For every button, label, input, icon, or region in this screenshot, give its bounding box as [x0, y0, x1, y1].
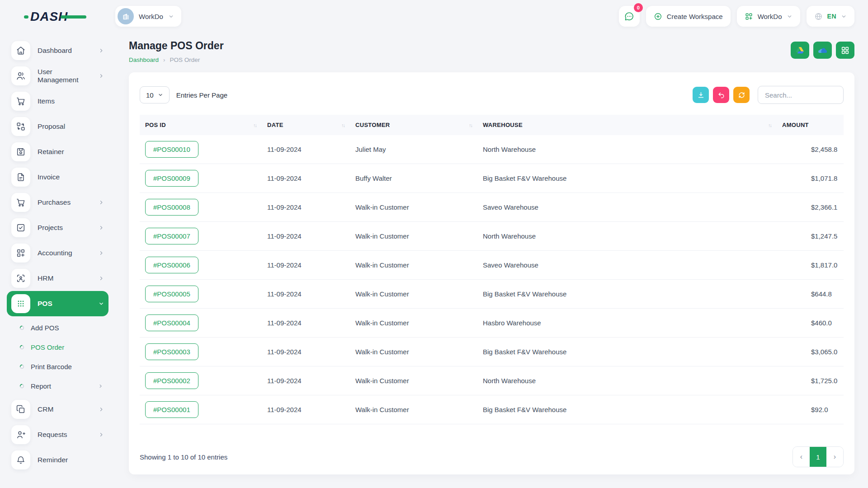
cell-warehouse: Big Basket F&V Warehouse — [477, 338, 777, 366]
sidebar-item-accounting[interactable]: Accounting — [7, 240, 108, 266]
sidebar-subitem-label: POS Order — [31, 343, 103, 351]
sidebar-item-label: Items — [38, 97, 104, 105]
create-workspace-button[interactable]: Create Workspace — [646, 6, 731, 27]
sidebar-item-requests[interactable]: Requests — [7, 422, 108, 447]
sidebar: DashboardUser ManagementItemsProposalRet… — [0, 33, 115, 488]
breadcrumb-dashboard-link[interactable]: Dashboard — [129, 56, 159, 63]
sidebar-item-crm[interactable]: CRM — [7, 397, 108, 422]
sidebar-item-invoice[interactable]: Invoice — [7, 164, 108, 190]
language-selector[interactable]: EN — [807, 6, 854, 27]
grid-view-button[interactable] — [836, 42, 854, 59]
pagination-next-button[interactable]: › — [826, 447, 843, 467]
scan-person-icon — [11, 269, 30, 288]
sidebar-item-retainer[interactable]: Retainer — [7, 139, 108, 164]
column-header-pos-id[interactable]: POS ID↑↓ — [140, 115, 262, 135]
messages-button[interactable]: 0 — [619, 6, 640, 27]
table-container: POS ID↑↓DATE↑↓CUSTOMER↑↓WAREHOUSE↑↓AMOUN… — [140, 115, 844, 440]
cell-date: 11-09-2024 — [262, 338, 350, 366]
pagination-prev-button[interactable]: ‹ — [793, 447, 810, 467]
cell-warehouse: North Warehouse — [477, 222, 777, 251]
sidebar-subitem-label: Report — [31, 382, 92, 390]
cell-pos-id: #POS00008 — [140, 193, 262, 222]
sidebar-item-items[interactable]: Items — [7, 89, 108, 114]
cell-customer: Walk-in Customer — [350, 193, 477, 222]
cell-customer: Walk-in Customer — [350, 309, 477, 338]
chevron-right-icon — [99, 407, 104, 412]
main-content: Manage POS Order Dashboard › POS Order — [115, 33, 868, 488]
app-menu-button[interactable]: WorkDo — [737, 6, 800, 27]
chevron-down-icon — [841, 14, 847, 19]
cell-amount: $92.0 — [777, 395, 844, 424]
cart-icon — [11, 193, 30, 212]
table-row: #POS0000911-09-2024Buffy WalterBig Baske… — [140, 164, 844, 193]
table-footer: Showing 1 to 10 of 10 entries ‹ 1 › — [140, 446, 844, 467]
dash-logo[interactable]: DASH — [24, 8, 92, 25]
sidebar-item-projects[interactable]: Projects — [7, 215, 108, 240]
column-header-date[interactable]: DATE↑↓ — [262, 115, 350, 135]
cell-date: 11-09-2024 — [262, 193, 350, 222]
sidebar-item-purchases[interactable]: Purchases — [7, 190, 108, 215]
chat-icon — [624, 11, 634, 22]
cell-amount: $460.0 — [777, 309, 844, 338]
onedrive-button[interactable] — [813, 42, 832, 59]
bell-icon — [11, 450, 30, 469]
reset-button[interactable] — [713, 87, 729, 103]
pagination-page-1-button[interactable]: 1 — [810, 447, 826, 467]
copy-icon — [11, 400, 30, 419]
search-input[interactable] — [758, 86, 844, 104]
breadcrumb-separator-icon: › — [163, 56, 165, 63]
column-header-warehouse[interactable]: WAREHOUSE↑↓ — [477, 115, 777, 135]
cell-pos-id: #POS00003 — [140, 338, 262, 366]
sidebar-item-pos[interactable]: POS — [7, 291, 108, 316]
google-drive-button[interactable] — [791, 42, 809, 59]
sidebar-subitem-report[interactable]: Report — [7, 376, 108, 396]
sidebar-subitem-pos-order[interactable]: POS Order — [7, 338, 108, 357]
cell-date: 11-09-2024 — [262, 280, 350, 309]
cell-customer: Walk-in Customer — [350, 338, 477, 366]
cell-warehouse: North Warehouse — [477, 135, 777, 164]
table-row: #POS0000311-09-2024Walk-in CustomerBig B… — [140, 338, 844, 366]
cell-date: 11-09-2024 — [262, 222, 350, 251]
table-row: #POS0000611-09-2024Walk-in CustomerSaveo… — [140, 251, 844, 280]
pos-id-badge[interactable]: #POS00007 — [145, 228, 198, 244]
pos-id-badge[interactable]: #POS00005 — [145, 286, 198, 302]
pos-id-badge[interactable]: #POS00008 — [145, 199, 198, 216]
table-body: #POS0001011-09-2024Juliet MayNorth Wareh… — [140, 135, 844, 424]
sidebar-item-dashboard[interactable]: Dashboard — [7, 38, 108, 63]
pos-id-badge[interactable]: #POS00010 — [145, 141, 198, 158]
breadcrumb: Dashboard › POS Order — [129, 56, 224, 63]
grid-plus-icon — [745, 12, 753, 21]
sidebar-item-user-management[interactable]: User Management — [7, 63, 108, 89]
cell-customer: Walk-in Customer — [350, 366, 477, 395]
export-button[interactable] — [693, 87, 709, 103]
sidebar-item-label: Requests — [38, 431, 91, 439]
pos-id-badge[interactable]: #POS00004 — [145, 314, 198, 331]
header-actions — [791, 42, 854, 59]
cell-date: 11-09-2024 — [262, 395, 350, 424]
pos-id-badge[interactable]: #POS00002 — [145, 372, 198, 389]
sidebar-item-label: Projects — [38, 224, 91, 232]
cell-amount: $1,725.0 — [777, 366, 844, 395]
workspace-avatar — [118, 8, 134, 24]
sidebar-item-reminder[interactable]: Reminder — [7, 447, 108, 473]
globe-icon — [814, 12, 823, 21]
cell-date: 11-09-2024 — [262, 309, 350, 338]
pos-id-badge[interactable]: #POS00009 — [145, 170, 198, 187]
sidebar-item-hrm[interactable]: HRM — [7, 266, 108, 291]
entries-per-page-select[interactable]: 10 — [140, 86, 170, 103]
sidebar-item-proposal[interactable]: Proposal — [7, 114, 108, 139]
sidebar-submenu-pos: Add POSPOS OrderPrint BarcodeReport — [7, 316, 108, 397]
cart-icon — [11, 92, 30, 111]
pos-id-badge[interactable]: #POS00006 — [145, 257, 198, 273]
sidebar-subitem-add-pos[interactable]: Add POS — [7, 318, 108, 338]
chevron-right-icon — [99, 250, 104, 256]
pos-id-badge[interactable]: #POS00003 — [145, 343, 198, 360]
entries-per-page-value: 10 — [146, 91, 154, 99]
sidebar-subitem-print-barcode[interactable]: Print Barcode — [7, 357, 108, 376]
refresh-button[interactable] — [733, 87, 750, 103]
cell-pos-id: #POS00002 — [140, 366, 262, 395]
chevron-right-icon — [98, 384, 103, 389]
column-header-customer[interactable]: CUSTOMER↑↓ — [350, 115, 477, 135]
workspace-selector[interactable]: WorkDo — [115, 6, 181, 27]
pos-id-badge[interactable]: #POS00001 — [145, 401, 198, 418]
